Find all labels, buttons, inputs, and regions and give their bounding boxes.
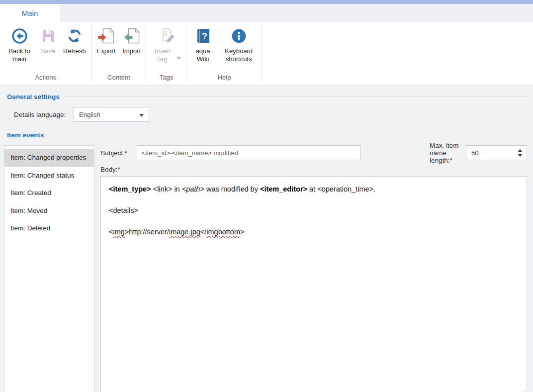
spinner-up-icon[interactable] bbox=[518, 149, 522, 152]
ribbon-group-content: Export Import Content bbox=[91, 22, 147, 85]
details-language-dropdown[interactable]: English bbox=[74, 107, 149, 122]
body-paragraph: <img>http://server/image.jpg</imgbottom> bbox=[109, 227, 519, 237]
keyboard-shortcuts-button[interactable]: Keyboard shortcuts bbox=[217, 27, 260, 64]
body-paragraph: <item_type> <link> in <path> was modifie… bbox=[109, 184, 519, 194]
tag-pencil-icon: {} bbox=[158, 27, 175, 45]
event-item-created[interactable]: Item: Created bbox=[4, 184, 94, 202]
insert-tag-label: Insert tag bbox=[152, 47, 174, 64]
event-item-deleted[interactable]: Item: Deleted bbox=[4, 219, 94, 237]
heading-rule bbox=[49, 135, 527, 135]
general-settings-heading: General settings bbox=[7, 86, 527, 100]
refresh-arrows-icon bbox=[66, 27, 83, 45]
chevron-down-icon bbox=[177, 53, 181, 62]
import-button[interactable]: Import bbox=[119, 27, 144, 55]
group-label-help: Help bbox=[188, 73, 260, 85]
ribbon: Back to main Save bbox=[0, 22, 533, 86]
body-editor[interactable]: <item_type> <link> in <path> was modifie… bbox=[100, 176, 527, 392]
page-import-arrow-icon bbox=[122, 27, 141, 45]
back-to-main-button[interactable]: Back to main bbox=[2, 27, 37, 64]
event-editor: Subject:* Max. item name length:* Body:*… bbox=[100, 145, 527, 392]
keyboard-shortcuts-label: Keyboard shortcuts bbox=[221, 47, 257, 64]
spinner-down-icon[interactable] bbox=[518, 154, 522, 157]
event-item-changed-properties[interactable]: Item: Changed properties bbox=[4, 149, 94, 167]
subject-input[interactable] bbox=[137, 145, 360, 160]
event-item-changed-status[interactable]: Item: Changed status bbox=[4, 167, 94, 185]
tab-main[interactable]: Main bbox=[0, 4, 60, 22]
back-to-main-label: Back to main bbox=[5, 47, 33, 64]
ribbon-group-tags: {} Insert tag Tags bbox=[146, 22, 186, 85]
resize-grip-icon[interactable] bbox=[521, 389, 526, 392]
svg-text:?: ? bbox=[202, 31, 207, 41]
details-language-label: Details language: bbox=[14, 111, 74, 118]
ribbon-group-actions: Back to main Save bbox=[0, 22, 91, 85]
import-label: Import bbox=[122, 47, 141, 55]
floppy-disk-icon bbox=[40, 27, 56, 45]
export-button[interactable]: Export bbox=[93, 27, 119, 55]
refresh-button[interactable]: Refresh bbox=[60, 27, 89, 55]
svg-text:{}: {} bbox=[164, 31, 167, 36]
wiki-book-icon: ? bbox=[195, 27, 211, 45]
ribbon-group-help: ? aqua Wiki Keyboard shortcuts Help bbox=[186, 22, 262, 85]
page-export-arrow-icon bbox=[97, 27, 115, 45]
item-events-panel: Item: Changed properties Item: Changed s… bbox=[4, 145, 527, 392]
event-item-moved[interactable]: Item: Moved bbox=[4, 202, 94, 220]
max-item-name-length-stepper bbox=[466, 145, 527, 160]
tab-main-label: Main bbox=[22, 9, 38, 17]
save-button[interactable]: Save bbox=[37, 27, 60, 55]
back-arrow-circle-icon bbox=[11, 27, 28, 45]
group-label-tags: Tags bbox=[148, 73, 184, 85]
heading-rule bbox=[65, 97, 527, 97]
info-circle-icon bbox=[231, 27, 247, 45]
refresh-label: Refresh bbox=[63, 47, 86, 55]
export-label: Export bbox=[97, 47, 116, 55]
aqua-wiki-button[interactable]: ? aqua Wiki bbox=[188, 27, 217, 64]
chevron-down-icon bbox=[139, 111, 144, 118]
subject-row: Subject:* Max. item name length:* bbox=[100, 145, 527, 160]
group-label-content: Content bbox=[93, 73, 145, 85]
details-language-row: Details language: English bbox=[14, 107, 533, 122]
window-title-strip bbox=[0, 0, 533, 4]
aqua-wiki-label: aqua Wiki bbox=[192, 47, 214, 64]
group-label-actions: Actions bbox=[2, 73, 89, 85]
max-item-name-length-input[interactable] bbox=[466, 149, 509, 157]
item-events-heading: Item events bbox=[7, 131, 527, 139]
body-paragraph: <details> bbox=[109, 205, 519, 215]
details-language-value: English bbox=[79, 111, 100, 118]
body-label: Body:* bbox=[100, 166, 527, 173]
subject-label: Subject:* bbox=[100, 149, 137, 157]
save-label: Save bbox=[41, 47, 56, 55]
event-list: Item: Changed properties Item: Changed s… bbox=[4, 145, 94, 392]
ribbon-tab-bar: Main bbox=[0, 4, 533, 22]
max-item-name-length-label: Max. item name length:* bbox=[430, 142, 466, 164]
insert-tag-button[interactable]: {} Insert tag bbox=[148, 27, 184, 64]
